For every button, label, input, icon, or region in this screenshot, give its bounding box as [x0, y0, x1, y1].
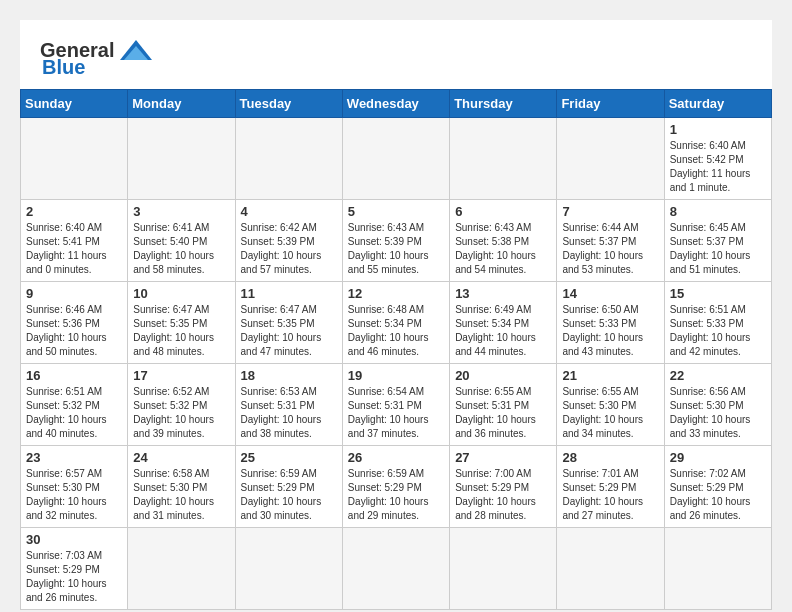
calendar-cell: [128, 528, 235, 610]
day-info: Sunrise: 6:43 AM Sunset: 5:38 PM Dayligh…: [455, 221, 551, 277]
day-number: 18: [241, 368, 337, 383]
calendar-cell: 18Sunrise: 6:53 AM Sunset: 5:31 PM Dayli…: [235, 364, 342, 446]
day-info: Sunrise: 6:51 AM Sunset: 5:33 PM Dayligh…: [670, 303, 766, 359]
calendar-cell: [128, 118, 235, 200]
calendar-cell: 13Sunrise: 6:49 AM Sunset: 5:34 PM Dayli…: [450, 282, 557, 364]
weekday-header-wednesday: Wednesday: [342, 90, 449, 118]
calendar-week-3: 16Sunrise: 6:51 AM Sunset: 5:32 PM Dayli…: [21, 364, 772, 446]
calendar-cell: 3Sunrise: 6:41 AM Sunset: 5:40 PM Daylig…: [128, 200, 235, 282]
day-number: 21: [562, 368, 658, 383]
calendar-week-1: 2Sunrise: 6:40 AM Sunset: 5:41 PM Daylig…: [21, 200, 772, 282]
day-info: Sunrise: 6:58 AM Sunset: 5:30 PM Dayligh…: [133, 467, 229, 523]
calendar-cell: 8Sunrise: 6:45 AM Sunset: 5:37 PM Daylig…: [664, 200, 771, 282]
calendar-week-4: 23Sunrise: 6:57 AM Sunset: 5:30 PM Dayli…: [21, 446, 772, 528]
day-number: 1: [670, 122, 766, 137]
calendar-cell: 23Sunrise: 6:57 AM Sunset: 5:30 PM Dayli…: [21, 446, 128, 528]
day-info: Sunrise: 6:42 AM Sunset: 5:39 PM Dayligh…: [241, 221, 337, 277]
day-number: 9: [26, 286, 122, 301]
day-info: Sunrise: 6:55 AM Sunset: 5:30 PM Dayligh…: [562, 385, 658, 441]
calendar-cell: 28Sunrise: 7:01 AM Sunset: 5:29 PM Dayli…: [557, 446, 664, 528]
day-info: Sunrise: 6:59 AM Sunset: 5:29 PM Dayligh…: [348, 467, 444, 523]
day-number: 7: [562, 204, 658, 219]
calendar-cell: 27Sunrise: 7:00 AM Sunset: 5:29 PM Dayli…: [450, 446, 557, 528]
day-number: 2: [26, 204, 122, 219]
calendar-cell: 7Sunrise: 6:44 AM Sunset: 5:37 PM Daylig…: [557, 200, 664, 282]
weekday-header-friday: Friday: [557, 90, 664, 118]
calendar-cell: 19Sunrise: 6:54 AM Sunset: 5:31 PM Dayli…: [342, 364, 449, 446]
calendar-table: SundayMondayTuesdayWednesdayThursdayFrid…: [20, 89, 772, 610]
calendar-week-5: 30Sunrise: 7:03 AM Sunset: 5:29 PM Dayli…: [21, 528, 772, 610]
page-header: General Blue: [20, 20, 772, 89]
day-info: Sunrise: 6:49 AM Sunset: 5:34 PM Dayligh…: [455, 303, 551, 359]
calendar-cell: 4Sunrise: 6:42 AM Sunset: 5:39 PM Daylig…: [235, 200, 342, 282]
day-number: 16: [26, 368, 122, 383]
calendar-cell: [342, 118, 449, 200]
day-number: 11: [241, 286, 337, 301]
day-number: 5: [348, 204, 444, 219]
calendar-cell: 20Sunrise: 6:55 AM Sunset: 5:31 PM Dayli…: [450, 364, 557, 446]
day-number: 23: [26, 450, 122, 465]
calendar-week-0: 1Sunrise: 6:40 AM Sunset: 5:42 PM Daylig…: [21, 118, 772, 200]
weekday-header-sunday: Sunday: [21, 90, 128, 118]
calendar-cell: [21, 118, 128, 200]
weekday-header-tuesday: Tuesday: [235, 90, 342, 118]
calendar-cell: [450, 528, 557, 610]
calendar-cell: [664, 528, 771, 610]
day-number: 8: [670, 204, 766, 219]
weekday-header-monday: Monday: [128, 90, 235, 118]
day-info: Sunrise: 7:02 AM Sunset: 5:29 PM Dayligh…: [670, 467, 766, 523]
calendar-cell: 24Sunrise: 6:58 AM Sunset: 5:30 PM Dayli…: [128, 446, 235, 528]
day-number: 20: [455, 368, 551, 383]
calendar-cell: 30Sunrise: 7:03 AM Sunset: 5:29 PM Dayli…: [21, 528, 128, 610]
calendar-cell: 26Sunrise: 6:59 AM Sunset: 5:29 PM Dayli…: [342, 446, 449, 528]
day-number: 6: [455, 204, 551, 219]
day-info: Sunrise: 6:52 AM Sunset: 5:32 PM Dayligh…: [133, 385, 229, 441]
calendar-cell: 2Sunrise: 6:40 AM Sunset: 5:41 PM Daylig…: [21, 200, 128, 282]
day-number: 13: [455, 286, 551, 301]
day-info: Sunrise: 6:41 AM Sunset: 5:40 PM Dayligh…: [133, 221, 229, 277]
day-number: 29: [670, 450, 766, 465]
day-info: Sunrise: 6:40 AM Sunset: 5:42 PM Dayligh…: [670, 139, 766, 195]
day-number: 26: [348, 450, 444, 465]
day-info: Sunrise: 6:46 AM Sunset: 5:36 PM Dayligh…: [26, 303, 122, 359]
day-info: Sunrise: 7:01 AM Sunset: 5:29 PM Dayligh…: [562, 467, 658, 523]
day-info: Sunrise: 6:57 AM Sunset: 5:30 PM Dayligh…: [26, 467, 122, 523]
day-number: 15: [670, 286, 766, 301]
day-info: Sunrise: 6:44 AM Sunset: 5:37 PM Dayligh…: [562, 221, 658, 277]
day-info: Sunrise: 6:55 AM Sunset: 5:31 PM Dayligh…: [455, 385, 551, 441]
day-info: Sunrise: 6:50 AM Sunset: 5:33 PM Dayligh…: [562, 303, 658, 359]
day-info: Sunrise: 6:56 AM Sunset: 5:30 PM Dayligh…: [670, 385, 766, 441]
day-number: 14: [562, 286, 658, 301]
calendar-cell: [235, 528, 342, 610]
day-info: Sunrise: 7:00 AM Sunset: 5:29 PM Dayligh…: [455, 467, 551, 523]
day-number: 24: [133, 450, 229, 465]
calendar-cell: 29Sunrise: 7:02 AM Sunset: 5:29 PM Dayli…: [664, 446, 771, 528]
weekday-header-saturday: Saturday: [664, 90, 771, 118]
calendar-week-2: 9Sunrise: 6:46 AM Sunset: 5:36 PM Daylig…: [21, 282, 772, 364]
day-info: Sunrise: 6:54 AM Sunset: 5:31 PM Dayligh…: [348, 385, 444, 441]
calendar-cell: [450, 118, 557, 200]
day-info: Sunrise: 6:51 AM Sunset: 5:32 PM Dayligh…: [26, 385, 122, 441]
logo-blue-text: Blue: [42, 56, 85, 79]
day-number: 22: [670, 368, 766, 383]
day-info: Sunrise: 6:53 AM Sunset: 5:31 PM Dayligh…: [241, 385, 337, 441]
calendar-cell: 21Sunrise: 6:55 AM Sunset: 5:30 PM Dayli…: [557, 364, 664, 446]
calendar-cell: [557, 118, 664, 200]
day-number: 10: [133, 286, 229, 301]
day-info: Sunrise: 6:47 AM Sunset: 5:35 PM Dayligh…: [133, 303, 229, 359]
day-number: 25: [241, 450, 337, 465]
logo-icon: [118, 36, 154, 64]
day-info: Sunrise: 6:40 AM Sunset: 5:41 PM Dayligh…: [26, 221, 122, 277]
calendar-cell: 11Sunrise: 6:47 AM Sunset: 5:35 PM Dayli…: [235, 282, 342, 364]
calendar-cell: [342, 528, 449, 610]
day-info: Sunrise: 6:45 AM Sunset: 5:37 PM Dayligh…: [670, 221, 766, 277]
day-number: 30: [26, 532, 122, 547]
calendar-cell: 6Sunrise: 6:43 AM Sunset: 5:38 PM Daylig…: [450, 200, 557, 282]
day-number: 12: [348, 286, 444, 301]
day-number: 19: [348, 368, 444, 383]
calendar-cell: 16Sunrise: 6:51 AM Sunset: 5:32 PM Dayli…: [21, 364, 128, 446]
calendar-cell: 12Sunrise: 6:48 AM Sunset: 5:34 PM Dayli…: [342, 282, 449, 364]
calendar-cell: 10Sunrise: 6:47 AM Sunset: 5:35 PM Dayli…: [128, 282, 235, 364]
day-number: 3: [133, 204, 229, 219]
day-number: 28: [562, 450, 658, 465]
